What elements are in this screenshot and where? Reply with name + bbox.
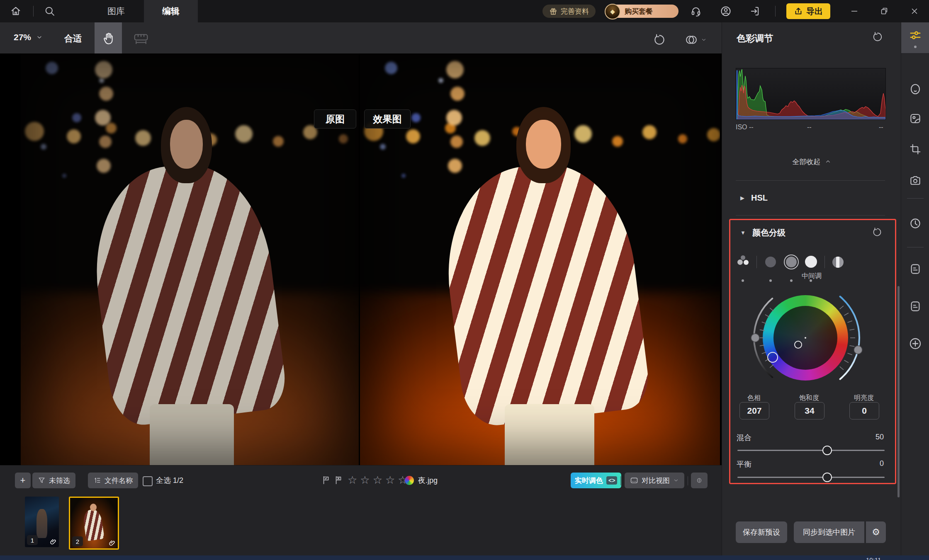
midtones-caption: 中间调 [722,272,901,281]
realtime-color-label: 实时调色 [575,476,603,485]
tab-edit[interactable]: 编辑 [144,0,198,22]
right-arc-ticks [840,306,855,370]
effect-photo[interactable] [360,53,720,465]
balance-slider[interactable] [737,477,885,478]
hue-input[interactable]: 207 [739,402,769,419]
sidebar-item-background[interactable] [901,105,929,132]
save-preset-label: 保存新预设 [743,527,780,537]
original-photo[interactable] [21,53,359,465]
home-button[interactable] [10,5,22,17]
save-preset-button[interactable]: 保存新预设 [736,521,787,543]
grading-mode-all-button[interactable] [737,255,749,268]
realtime-color-button[interactable]: 实时调色 <> [571,473,621,488]
saturation-marker[interactable] [794,341,802,349]
hue-ring-marker[interactable] [767,352,778,363]
tab-gallery[interactable]: 图库 [95,0,137,22]
purchase-plan-button[interactable]: ◆ 购买套餐 [606,5,679,18]
search-button[interactable] [44,5,56,17]
color-grading-reset-button[interactable] [872,227,882,237]
sidebar-item-portrait[interactable] [901,76,929,102]
taskbar-clock-text: 10:11 [866,556,881,560]
thumbnail-1[interactable]: 1 [25,497,59,547]
minimize-button[interactable] [845,0,864,22]
sync-settings-button[interactable]: ⚙ [865,521,886,543]
balance-slider-handle[interactable] [822,473,832,482]
sidebar-divider-2 [907,247,924,247]
fit-view-button[interactable]: 合适 [64,33,82,44]
zoom-level-dropdown[interactable]: 27% [14,32,43,42]
close-button[interactable] [905,0,924,22]
sidebar-item-adjustments[interactable] [901,22,929,53]
right-arc-handle[interactable] [854,346,862,354]
chevron-down-icon [701,37,707,43]
sat-input[interactable]: 34 [795,402,824,419]
original-label: 原图 [326,113,345,126]
sync-selected-button[interactable]: 同步到选中图片 [794,521,864,543]
star-icon[interactable]: ☆ [360,474,370,487]
star-icon[interactable]: ☆ [373,474,382,487]
sidebar-item-notes-2[interactable] [901,293,929,320]
star-rating[interactable]: ☆ ☆ ☆ ☆ ☆ [348,474,408,487]
restore-button[interactable] [875,0,894,22]
paperclip-icon[interactable] [50,538,57,545]
star-icon[interactable]: ☆ [385,474,395,487]
blend-slider-handle[interactable] [822,446,832,455]
sat-caption: 饱和度 [793,394,826,402]
hue-caption: 色相 [737,394,771,402]
compare-view-dropdown[interactable] [685,34,707,46]
histogram [736,68,886,120]
lum-input[interactable]: 0 [849,402,879,419]
original-photo-scene [21,53,359,465]
color-grading-section-header[interactable]: ▼ 颜色分级 [740,227,786,238]
paperclip-icon[interactable] [109,539,116,547]
reset-icon [872,32,883,42]
complete-profile-button[interactable]: 完善资料 [542,5,596,18]
sidebar-item-crop[interactable] [901,136,929,162]
color-label-icon[interactable] [405,476,414,485]
cluster-dot [741,255,745,260]
account-button[interactable] [720,5,732,17]
left-arc-handle[interactable] [751,334,759,342]
support-button[interactable] [690,5,702,17]
select-all-checkbox[interactable] [143,476,153,486]
star-icon[interactable]: ☆ [348,474,357,487]
compare-view-button[interactable]: 对比视图 [625,473,684,488]
grading-global-button[interactable] [832,257,844,268]
complete-profile-label: 完善资料 [561,7,589,16]
ruler-tool-button[interactable] [133,32,149,45]
panel-reset-button[interactable] [872,32,883,42]
export-button[interactable]: 导出 [786,3,830,19]
filter-button[interactable]: 未筛选 [32,473,75,488]
flag-pick-button[interactable] [322,475,331,485]
grading-highlights-button[interactable] [805,256,817,268]
compare-circles-icon [685,34,698,46]
split-view-button[interactable] [691,473,708,488]
hand-icon [102,32,114,44]
panel-scrollbar[interactable] [897,286,900,497]
paperclip-glyph [109,539,116,547]
undo-button[interactable] [653,34,666,46]
hsl-section-header[interactable]: ▶ HSL [740,193,768,203]
flag-reject-button[interactable] [334,475,343,485]
grading-midtones-button[interactable] [786,257,797,267]
image-canvas[interactable]: 原图 效果图 [0,53,722,465]
right-arc-track[interactable] [840,296,859,379]
meta-dash-2: -- [879,124,883,131]
sidebar-item-notes[interactable] [901,256,929,282]
headset-icon [690,5,702,17]
thumbnail-2[interactable]: 2 [69,497,119,550]
collapse-all-button[interactable]: 全部收起 [722,157,901,167]
sort-button[interactable]: 文件名称 [88,473,138,488]
sidebar-item-add[interactable] [901,330,929,357]
blend-label: 混合 [737,433,751,443]
sidebar-item-history[interactable] [901,210,929,237]
bb-divider [620,476,621,485]
sidebar-item-camera[interactable] [901,167,929,194]
blend-slider[interactable] [737,450,885,451]
grading-shadows-button[interactable] [765,257,776,267]
hand-tool-button[interactable] [95,22,122,53]
add-image-button[interactable]: + [15,473,31,488]
logout-button[interactable] [749,5,761,17]
hue-value: 207 [747,406,761,416]
hue-caption-text: 色相 [747,394,761,401]
